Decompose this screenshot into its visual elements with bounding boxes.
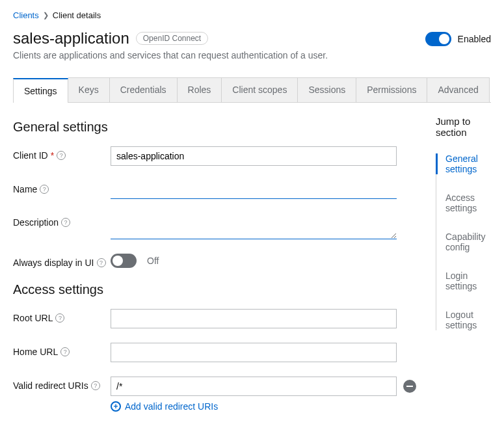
tab-sessions[interactable]: Sessions bbox=[298, 77, 356, 102]
tab-roles[interactable]: Roles bbox=[178, 77, 222, 102]
breadcrumb-current: Client details bbox=[53, 10, 101, 20]
page-title: sales-application bbox=[13, 29, 129, 47]
redirect-uri-input[interactable] bbox=[111, 377, 397, 396]
enabled-label: Enabled bbox=[458, 34, 491, 44]
always-display-toggle[interactable] bbox=[111, 254, 137, 268]
tabs: Settings Keys Credentials Roles Client s… bbox=[13, 77, 491, 103]
label-always-display: Always display in UI bbox=[13, 258, 94, 268]
tab-permissions[interactable]: Permissions bbox=[356, 77, 427, 102]
root-url-input[interactable] bbox=[111, 309, 397, 328]
section-title-access: Access settings bbox=[13, 282, 416, 297]
label-client-id: Client ID bbox=[13, 150, 48, 161]
minus-icon bbox=[406, 386, 413, 387]
jump-item-access[interactable]: Access settings bbox=[436, 192, 491, 213]
enabled-toggle[interactable] bbox=[425, 32, 451, 46]
add-redirect-uri-button[interactable]: + Add valid redirect URIs bbox=[111, 401, 416, 412]
breadcrumb: Clients ❯ Client details bbox=[13, 10, 491, 20]
protocol-chip: OpenID Connect bbox=[136, 32, 208, 45]
help-icon[interactable]: ? bbox=[91, 381, 100, 390]
section-title-general: General settings bbox=[13, 120, 416, 135]
tab-settings[interactable]: Settings bbox=[13, 78, 68, 103]
plus-circle-icon: + bbox=[111, 401, 121, 412]
help-icon[interactable]: ? bbox=[40, 185, 49, 194]
jump-item-general[interactable]: General settings bbox=[436, 153, 491, 174]
label-name: Name bbox=[13, 184, 37, 194]
description-textarea[interactable] bbox=[111, 213, 397, 239]
required-marker: * bbox=[51, 150, 54, 161]
chevron-right-icon: ❯ bbox=[43, 11, 49, 20]
page-subtitle: Clients are applications and services th… bbox=[13, 50, 328, 60]
help-icon[interactable]: ? bbox=[60, 347, 70, 356]
help-icon[interactable]: ? bbox=[57, 151, 66, 160]
jump-list: General settings Access settings Capabil… bbox=[436, 153, 491, 330]
home-url-input[interactable] bbox=[111, 343, 397, 362]
tab-keys[interactable]: Keys bbox=[68, 77, 110, 102]
tab-credentials[interactable]: Credentials bbox=[110, 77, 178, 102]
always-display-state-text: Off bbox=[147, 256, 159, 266]
jump-title: Jump to section bbox=[436, 116, 491, 138]
jump-item-capability[interactable]: Capability config bbox=[436, 232, 491, 252]
add-redirect-uri-label: Add valid redirect URIs bbox=[125, 401, 218, 412]
breadcrumb-link-clients[interactable]: Clients bbox=[13, 10, 39, 20]
remove-uri-button[interactable] bbox=[403, 380, 416, 393]
help-icon[interactable]: ? bbox=[61, 218, 70, 227]
tab-advanced[interactable]: Advanced bbox=[427, 77, 489, 102]
help-icon[interactable]: ? bbox=[55, 313, 64, 323]
name-input[interactable] bbox=[111, 180, 397, 199]
label-home-url: Home URL bbox=[13, 347, 58, 357]
client-id-input[interactable] bbox=[111, 146, 397, 166]
label-description: Description bbox=[13, 217, 59, 228]
label-redirect-uris: Valid redirect URIs bbox=[13, 380, 88, 391]
label-root-url: Root URL bbox=[13, 313, 53, 323]
jump-item-login[interactable]: Login settings bbox=[436, 271, 491, 291]
jump-item-logout[interactable]: Logout settings bbox=[436, 310, 491, 330]
help-icon[interactable]: ? bbox=[97, 258, 106, 267]
tab-client-scopes[interactable]: Client scopes bbox=[222, 77, 298, 102]
